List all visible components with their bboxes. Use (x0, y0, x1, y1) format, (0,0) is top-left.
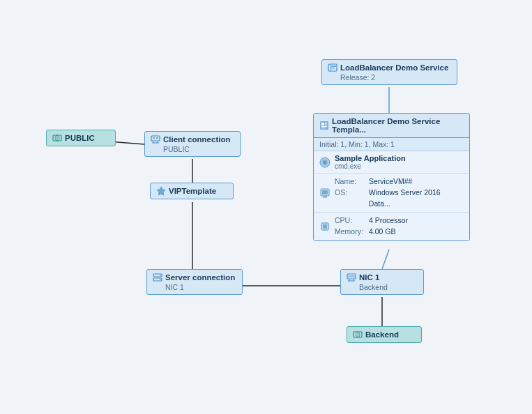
client-connection-icon (151, 135, 160, 144)
nic1-node[interactable]: NIC 1 Backend (340, 269, 424, 295)
vm-section: Name: ServiceVM## OS: Windows Server 201… (314, 174, 469, 213)
backend-icon (353, 330, 363, 339)
svg-point-19 (324, 161, 326, 163)
svg-rect-24 (323, 224, 327, 229)
loadbalancer-service-node[interactable]: LoadBalancer Demo Service Release: 2 (321, 59, 457, 85)
app-icon (319, 157, 330, 168)
svg-rect-13 (325, 123, 327, 124)
server-connection-node[interactable]: Server connection NIC 1 (146, 269, 243, 295)
svg-rect-9 (331, 66, 336, 67)
app-section: Sample Application cmd.exe (314, 151, 469, 174)
svg-rect-16 (321, 128, 326, 128)
svg-point-45 (160, 275, 161, 276)
cpu-icon (319, 221, 330, 232)
public-node[interactable]: PUBLIC (46, 130, 116, 146)
vip-template-title: VIPTemplate (156, 186, 227, 196)
svg-rect-41 (156, 137, 158, 139)
svg-line-1 (382, 250, 389, 269)
vip-icon (156, 186, 166, 196)
cpu-section: CPU: 4 Processor Memory: 4.00 GB (314, 213, 469, 240)
svg-point-46 (160, 279, 161, 280)
backend-node[interactable]: Backend (347, 326, 422, 343)
client-connection-node[interactable]: Client connection PUBLIC (144, 131, 241, 157)
nic1-title: NIC 1 (347, 273, 418, 282)
svg-rect-15 (321, 126, 327, 127)
app-content: Sample Application cmd.exe (335, 154, 464, 170)
vip-template-node[interactable]: VIPTemplate (150, 183, 234, 199)
cpu-content: CPU: 4 Processor Memory: 4.00 GB (335, 215, 464, 238)
svg-rect-12 (321, 123, 324, 125)
backend-title: Backend (353, 330, 416, 339)
public-icon (52, 133, 62, 143)
svg-rect-22 (323, 197, 327, 198)
diagram-canvas: LoadBalancer Demo Service Release: 2 Loa… (0, 0, 532, 414)
svg-rect-11 (320, 121, 328, 130)
template-subheader: Initial: 1, Min: 1, Max: 1 (314, 138, 469, 151)
server-connection-icon (153, 273, 162, 282)
client-connection-title: Client connection (151, 135, 234, 144)
svg-rect-48 (348, 275, 355, 277)
vm-content: Name: ServiceVM## OS: Windows Server 201… (335, 176, 464, 209)
template-icon (319, 121, 329, 130)
loadbalancer-service-title: LoadBalancer Demo Service (328, 63, 451, 72)
template-node[interactable]: LoadBalancer Demo Service Templa... Init… (313, 113, 470, 241)
template-header: LoadBalancer Demo Service Templa... (314, 114, 469, 138)
svg-rect-36 (151, 136, 160, 141)
vm-icon (319, 187, 330, 199)
nic1-icon (347, 273, 356, 282)
svg-marker-42 (157, 187, 165, 195)
server-connection-title: Server connection (153, 273, 236, 282)
public-title: PUBLIC (52, 133, 109, 143)
svg-rect-14 (325, 125, 327, 125)
svg-rect-10 (331, 68, 335, 69)
loadbalancer-icon (328, 63, 337, 72)
svg-rect-40 (153, 137, 155, 139)
svg-rect-21 (322, 190, 328, 194)
